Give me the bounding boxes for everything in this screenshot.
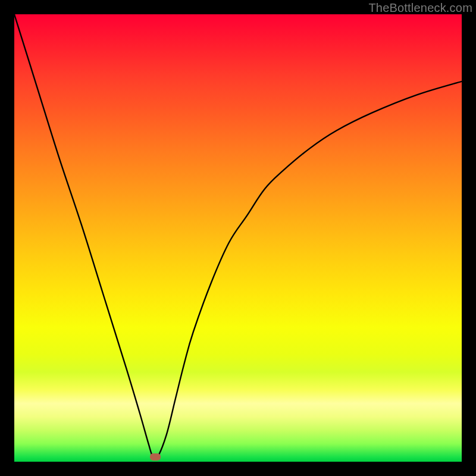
curve-path <box>14 14 462 460</box>
chart-frame: TheBottleneck.com <box>0 0 476 476</box>
bottleneck-curve <box>14 14 462 462</box>
plot-area <box>14 14 462 462</box>
optimal-point-marker <box>150 453 161 461</box>
watermark-text: TheBottleneck.com <box>368 1 472 15</box>
